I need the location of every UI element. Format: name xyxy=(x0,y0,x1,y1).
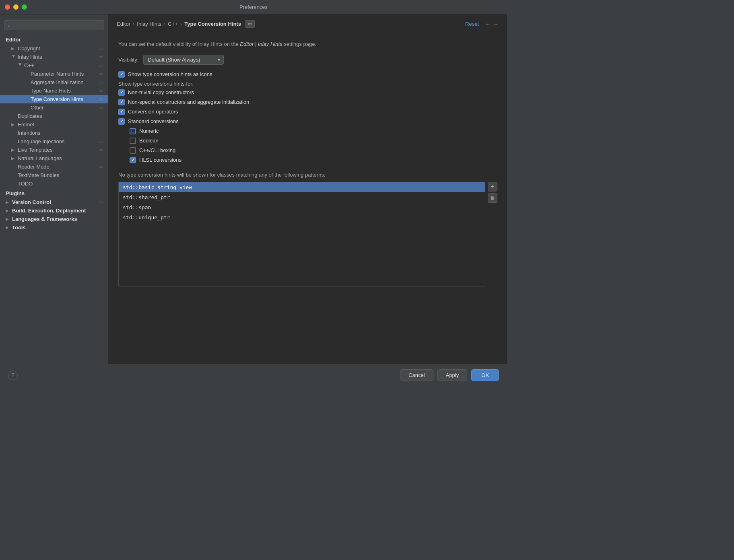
breadcrumb-current: Type Conversion Hints xyxy=(184,21,241,27)
maximize-button[interactable] xyxy=(22,4,27,10)
content-body: You can set the default visibility of In… xyxy=(109,32,507,294)
chevron-right-icon: ▶ xyxy=(11,148,16,152)
breadcrumb-sep-3: › xyxy=(180,21,182,27)
chevron-down-icon: ▶ xyxy=(12,55,16,60)
sidebar-item-tools[interactable]: ▶ Tools xyxy=(0,223,108,232)
window-controls xyxy=(5,4,27,10)
pin-icon: ▭ xyxy=(99,80,103,85)
add-pattern-button[interactable]: + xyxy=(488,182,497,191)
minimize-button[interactable] xyxy=(13,4,19,10)
content-area: Editor › Inlay Hints › C++ › Type Conver… xyxy=(109,14,507,364)
pin-icon: ▭ xyxy=(99,105,103,110)
visibility-select[interactable]: Default (Show Always) Always Show Always… xyxy=(143,55,224,65)
sidebar-item-reader-mode[interactable]: ▶ Reader Mode ▭ xyxy=(0,163,108,171)
checkbox-row-standard-conversions[interactable]: ✓ Standard conversions xyxy=(118,118,497,125)
checkbox-row-non-special[interactable]: ✓ Non-special constructors and aggregate… xyxy=(118,99,497,105)
sidebar-item-emmet[interactable]: ▶ Emmet xyxy=(0,120,108,129)
bottom-bar: ? Cancel Apply OK xyxy=(0,364,507,386)
pin-icon: ▭ xyxy=(99,71,103,76)
sidebar-item-todo[interactable]: ▶ TODO xyxy=(0,179,108,188)
help-button[interactable]: ? xyxy=(8,371,18,380)
pattern-item[interactable]: std::basic_string_view xyxy=(119,182,485,192)
sidebar-item-copyright[interactable]: ▶ Copyright ▭ xyxy=(0,44,108,53)
pin-icon: ▭ xyxy=(99,200,103,205)
pin-icon: ▭ xyxy=(99,97,103,102)
sidebar-item-duplicates[interactable]: ▶ Duplicates xyxy=(0,112,108,120)
checkmark-icon: ✓ xyxy=(120,72,124,77)
sidebar-item-label: Intentions xyxy=(18,130,40,136)
checkbox-row-cpp-cli-boxing[interactable]: C++/CLI boxing xyxy=(130,147,497,154)
chevron-right-icon: ▶ xyxy=(6,217,10,221)
sidebar-item-textmate-bundles[interactable]: ▶ TextMate Bundles xyxy=(0,171,108,179)
breadcrumb-editor[interactable]: Editor xyxy=(117,21,130,27)
checkbox-row-hlsl[interactable]: ✓ HLSL conversions xyxy=(130,157,497,163)
search-input[interactable] xyxy=(13,22,101,28)
checkbox-conversion-operators[interactable]: ✓ xyxy=(118,109,125,115)
sidebar-item-live-templates[interactable]: ▶ Live Templates ▭ xyxy=(0,146,108,154)
breadcrumb-sep-2: › xyxy=(164,21,165,27)
sidebar-item-type-name-hints[interactable]: ▶ Type Name Hints ▭ xyxy=(0,86,108,95)
sidebar-item-other[interactable]: ▶ Other ▭ xyxy=(0,103,108,112)
checkbox-standard-conversions[interactable]: ✓ xyxy=(118,118,125,125)
checkbox-cpp-cli[interactable] xyxy=(130,147,136,154)
search-icon: ⌕ xyxy=(8,23,10,28)
checkbox-row-boolean[interactable]: Boolean xyxy=(130,138,497,144)
sidebar-item-languages-frameworks[interactable]: ▶ Languages & Frameworks xyxy=(0,215,108,223)
sidebar-item-natural-languages[interactable]: ▶ Natural Languages xyxy=(0,154,108,163)
sidebar-section-editor: Editor xyxy=(0,34,108,44)
sidebar-item-label: TextMate Bundles xyxy=(18,172,59,178)
pin-icon: ▭ xyxy=(99,139,103,144)
sidebar-item-param-name-hints[interactable]: ▶ Parameter Name Hints ▭ xyxy=(0,70,108,78)
checkbox-boolean[interactable] xyxy=(130,138,136,144)
checkbox-hlsl[interactable]: ✓ xyxy=(130,157,136,163)
sidebar-item-type-conversion-hints[interactable]: ▶ Type Conversion Hints ▭ xyxy=(0,95,108,103)
sidebar-item-label: Copyright xyxy=(18,45,40,51)
checkbox-row-non-trivial[interactable]: ✓ Non-trivial copy constructors xyxy=(118,89,497,96)
checkbox-boolean-label: Boolean xyxy=(139,138,159,144)
sidebar-item-intentions[interactable]: ▶ Intentions xyxy=(0,129,108,137)
ok-button[interactable]: OK xyxy=(471,369,499,381)
checkbox-row-conversion-operators[interactable]: ✓ Conversion operators xyxy=(118,109,497,115)
back-button[interactable]: ← xyxy=(485,21,491,28)
sidebar-item-label: Languages & Frameworks xyxy=(12,216,77,222)
chevron-right-icon: ▶ xyxy=(6,200,10,204)
pin-icon: ▭ xyxy=(99,63,103,68)
checkbox-conversion-operators-label: Conversion operators xyxy=(128,109,178,115)
search-box[interactable]: ⌕ xyxy=(4,20,104,30)
pattern-item[interactable]: std::span xyxy=(119,202,485,212)
sidebar-item-version-control[interactable]: ▶ Version Control ▭ xyxy=(0,198,108,206)
sidebar-item-inlay-hints[interactable]: ▶ Inlay Hints ▭ xyxy=(0,53,108,61)
checkbox-row-show-icons[interactable]: ✓ Show type conversion hints as icons xyxy=(118,71,497,78)
sidebar-item-aggregate-init[interactable]: ▶ Aggregate Initialization ▭ xyxy=(0,78,108,86)
breadcrumb-inlay-hints[interactable]: Inlay Hints xyxy=(137,21,161,27)
sidebar-item-label: Inlay Hints xyxy=(18,54,42,60)
pin-button[interactable]: ▭ xyxy=(245,20,255,28)
forward-button[interactable]: → xyxy=(493,21,499,28)
checkbox-row-numeric[interactable]: □ Numeric xyxy=(130,128,497,134)
checkbox-numeric[interactable]: □ xyxy=(130,128,136,134)
sidebar-item-label: Type Conversion Hints xyxy=(31,96,83,102)
sidebar-item-label: Emmet xyxy=(18,121,34,128)
checkbox-non-special[interactable]: ✓ xyxy=(118,99,125,105)
checkbox-hlsl-label: HLSL conversions xyxy=(139,157,181,163)
cancel-button[interactable]: Cancel xyxy=(400,369,433,381)
sidebar-item-cpp[interactable]: ▶ C++ ▭ xyxy=(0,61,108,70)
checkbox-non-trivial-label: Non-trivial copy constructors xyxy=(128,89,194,95)
apply-button[interactable]: Apply xyxy=(437,369,468,381)
breadcrumb-sep-1: › xyxy=(133,21,134,27)
sidebar-item-label: Other xyxy=(31,105,44,111)
remove-pattern-button[interactable]: 🗑 xyxy=(488,193,497,203)
sidebar-item-language-injections[interactable]: ▶ Language Injections ▭ xyxy=(0,137,108,146)
breadcrumb-cpp[interactable]: C++ xyxy=(168,21,178,27)
checkbox-show-icons[interactable]: ✓ xyxy=(118,71,125,78)
pattern-item[interactable]: std::unique_ptr xyxy=(119,212,485,222)
checkbox-non-trivial[interactable]: ✓ xyxy=(118,89,125,96)
close-button[interactable] xyxy=(5,4,10,10)
sidebar-item-build[interactable]: ▶ Build, Execution, Deployment xyxy=(0,206,108,215)
sidebar-item-label: Version Control xyxy=(12,199,51,205)
pattern-item[interactable]: std::shared_ptr xyxy=(119,192,485,202)
show-for-label: Show type conversions hints for: xyxy=(118,81,497,87)
sidebar-item-label: Parameter Name Hints xyxy=(31,71,84,77)
reset-button[interactable]: Reset xyxy=(465,21,479,27)
breadcrumb: Editor › Inlay Hints › C++ › Type Conver… xyxy=(117,20,255,28)
